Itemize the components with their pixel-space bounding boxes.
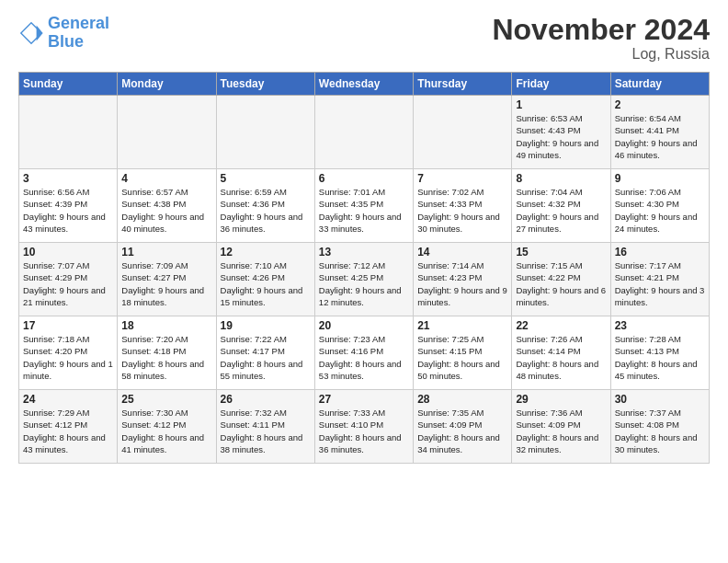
calendar-cell: 12Sunrise: 7:10 AM Sunset: 4:26 PM Dayli… (216, 243, 314, 316)
day-info: Sunrise: 6:54 AM Sunset: 4:41 PM Dayligh… (615, 112, 705, 161)
day-number: 30 (615, 393, 705, 406)
calendar-cell: 18Sunrise: 7:20 AM Sunset: 4:18 PM Dayli… (118, 316, 216, 390)
weekday-header-friday: Friday (512, 73, 610, 96)
calendar-week-1: 3Sunrise: 6:56 AM Sunset: 4:39 PM Daylig… (19, 169, 710, 243)
day-info: Sunrise: 7:22 AM Sunset: 4:17 PM Dayligh… (221, 333, 311, 382)
header: General Blue November 2024 Log, Russia (18, 15, 710, 63)
day-info: Sunrise: 7:14 AM Sunset: 4:23 PM Dayligh… (417, 259, 507, 308)
day-info: Sunrise: 7:36 AM Sunset: 4:09 PM Dayligh… (516, 407, 606, 455)
weekday-header-tuesday: Tuesday (216, 73, 314, 96)
calendar-cell: 20Sunrise: 7:23 AM Sunset: 4:16 PM Dayli… (314, 316, 413, 390)
calendar-table: SundayMondayTuesdayWednesdayThursdayFrid… (18, 72, 710, 464)
day-info: Sunrise: 7:04 AM Sunset: 4:32 PM Dayligh… (516, 186, 606, 235)
calendar-cell: 22Sunrise: 7:26 AM Sunset: 4:14 PM Dayli… (512, 316, 610, 390)
calendar-cell: 1Sunrise: 6:53 AM Sunset: 4:43 PM Daylig… (512, 96, 610, 169)
day-info: Sunrise: 6:57 AM Sunset: 4:38 PM Dayligh… (121, 186, 211, 235)
day-number: 18 (121, 319, 211, 332)
calendar-cell: 8Sunrise: 7:04 AM Sunset: 4:32 PM Daylig… (512, 169, 610, 243)
page: General Blue November 2024 Log, Russia S… (0, 0, 728, 473)
day-info: Sunrise: 7:17 AM Sunset: 4:21 PM Dayligh… (615, 259, 705, 308)
day-info: Sunrise: 6:59 AM Sunset: 4:36 PM Dayligh… (221, 186, 311, 235)
calendar-cell: 4Sunrise: 6:57 AM Sunset: 4:38 PM Daylig… (118, 169, 216, 243)
day-info: Sunrise: 7:28 AM Sunset: 4:13 PM Dayligh… (615, 333, 705, 382)
day-info: Sunrise: 7:32 AM Sunset: 4:11 PM Dayligh… (221, 407, 311, 455)
calendar-cell (414, 96, 512, 169)
calendar-cell: 14Sunrise: 7:14 AM Sunset: 4:23 PM Dayli… (414, 243, 512, 316)
day-number: 3 (23, 172, 113, 185)
logo-text: General Blue (48, 15, 109, 52)
calendar-header: SundayMondayTuesdayWednesdayThursdayFrid… (19, 73, 710, 96)
logo-line2: Blue (48, 32, 84, 51)
day-info: Sunrise: 7:06 AM Sunset: 4:30 PM Dayligh… (615, 186, 705, 235)
calendar-week-4: 24Sunrise: 7:29 AM Sunset: 4:12 PM Dayli… (19, 390, 710, 464)
day-number: 2 (615, 98, 705, 111)
day-info: Sunrise: 7:10 AM Sunset: 4:26 PM Dayligh… (221, 259, 311, 308)
calendar-cell: 30Sunrise: 7:37 AM Sunset: 4:08 PM Dayli… (610, 390, 709, 464)
calendar-cell: 25Sunrise: 7:30 AM Sunset: 4:12 PM Dayli… (118, 390, 216, 464)
calendar-cell: 7Sunrise: 7:02 AM Sunset: 4:33 PM Daylig… (414, 169, 512, 243)
calendar-cell: 17Sunrise: 7:18 AM Sunset: 4:20 PM Dayli… (19, 316, 118, 390)
calendar-cell: 24Sunrise: 7:29 AM Sunset: 4:12 PM Dayli… (19, 390, 118, 464)
day-number: 9 (615, 172, 705, 185)
day-number: 11 (121, 246, 211, 259)
month-title: November 2024 (492, 15, 710, 44)
day-number: 15 (516, 246, 606, 259)
calendar-cell (314, 96, 413, 169)
day-number: 12 (221, 246, 311, 259)
calendar-cell: 19Sunrise: 7:22 AM Sunset: 4:17 PM Dayli… (216, 316, 314, 390)
day-number: 4 (121, 172, 211, 185)
calendar-cell: 5Sunrise: 6:59 AM Sunset: 4:36 PM Daylig… (216, 169, 314, 243)
calendar-cell: 10Sunrise: 7:07 AM Sunset: 4:29 PM Dayli… (19, 243, 118, 316)
day-number: 26 (221, 393, 311, 406)
calendar-cell: 27Sunrise: 7:33 AM Sunset: 4:10 PM Dayli… (314, 390, 413, 464)
day-info: Sunrise: 7:23 AM Sunset: 4:16 PM Dayligh… (319, 333, 409, 382)
day-number: 21 (417, 319, 507, 332)
day-info: Sunrise: 7:33 AM Sunset: 4:10 PM Dayligh… (319, 407, 409, 455)
day-number: 29 (516, 393, 606, 406)
calendar-cell: 6Sunrise: 7:01 AM Sunset: 4:35 PM Daylig… (314, 169, 413, 243)
weekday-header-row: SundayMondayTuesdayWednesdayThursdayFrid… (19, 73, 710, 96)
calendar-cell: 26Sunrise: 7:32 AM Sunset: 4:11 PM Dayli… (216, 390, 314, 464)
day-number: 20 (319, 319, 409, 332)
day-info: Sunrise: 7:35 AM Sunset: 4:09 PM Dayligh… (417, 407, 507, 455)
day-number: 23 (615, 319, 705, 332)
day-number: 24 (23, 393, 113, 406)
logo-icon (18, 20, 44, 46)
day-number: 16 (615, 246, 705, 259)
day-number: 1 (516, 98, 606, 111)
day-info: Sunrise: 6:56 AM Sunset: 4:39 PM Dayligh… (23, 186, 113, 235)
calendar-cell: 3Sunrise: 6:56 AM Sunset: 4:39 PM Daylig… (19, 169, 118, 243)
calendar-week-2: 10Sunrise: 7:07 AM Sunset: 4:29 PM Dayli… (19, 243, 710, 316)
day-number: 7 (417, 172, 507, 185)
weekday-header-wednesday: Wednesday (314, 73, 413, 96)
day-number: 13 (319, 246, 409, 259)
day-number: 22 (516, 319, 606, 332)
day-info: Sunrise: 7:29 AM Sunset: 4:12 PM Dayligh… (23, 407, 113, 455)
location: Log, Russia (492, 46, 710, 63)
calendar-cell: 16Sunrise: 7:17 AM Sunset: 4:21 PM Dayli… (610, 243, 709, 316)
title-block: November 2024 Log, Russia (492, 15, 710, 63)
day-info: Sunrise: 7:15 AM Sunset: 4:22 PM Dayligh… (516, 259, 606, 308)
calendar-cell: 2Sunrise: 6:54 AM Sunset: 4:41 PM Daylig… (610, 96, 709, 169)
logo-line1: General (48, 14, 109, 32)
logo: General Blue (18, 15, 109, 52)
day-info: Sunrise: 7:12 AM Sunset: 4:25 PM Dayligh… (319, 259, 409, 308)
calendar-body: 1Sunrise: 6:53 AM Sunset: 4:43 PM Daylig… (19, 96, 710, 464)
day-info: Sunrise: 7:20 AM Sunset: 4:18 PM Dayligh… (121, 333, 211, 382)
day-number: 28 (417, 393, 507, 406)
calendar-cell: 11Sunrise: 7:09 AM Sunset: 4:27 PM Dayli… (118, 243, 216, 316)
day-number: 19 (221, 319, 311, 332)
day-info: Sunrise: 7:25 AM Sunset: 4:15 PM Dayligh… (417, 333, 507, 382)
calendar-cell (118, 96, 216, 169)
day-number: 5 (221, 172, 311, 185)
calendar-week-3: 17Sunrise: 7:18 AM Sunset: 4:20 PM Dayli… (19, 316, 710, 390)
day-info: Sunrise: 7:09 AM Sunset: 4:27 PM Dayligh… (121, 259, 211, 308)
calendar-cell: 13Sunrise: 7:12 AM Sunset: 4:25 PM Dayli… (314, 243, 413, 316)
day-info: Sunrise: 7:07 AM Sunset: 4:29 PM Dayligh… (23, 259, 113, 308)
calendar-cell: 29Sunrise: 7:36 AM Sunset: 4:09 PM Dayli… (512, 390, 610, 464)
day-number: 17 (23, 319, 113, 332)
weekday-header-saturday: Saturday (610, 73, 709, 96)
calendar-cell: 9Sunrise: 7:06 AM Sunset: 4:30 PM Daylig… (610, 169, 709, 243)
day-info: Sunrise: 7:02 AM Sunset: 4:33 PM Dayligh… (417, 186, 507, 235)
calendar-cell: 23Sunrise: 7:28 AM Sunset: 4:13 PM Dayli… (610, 316, 709, 390)
